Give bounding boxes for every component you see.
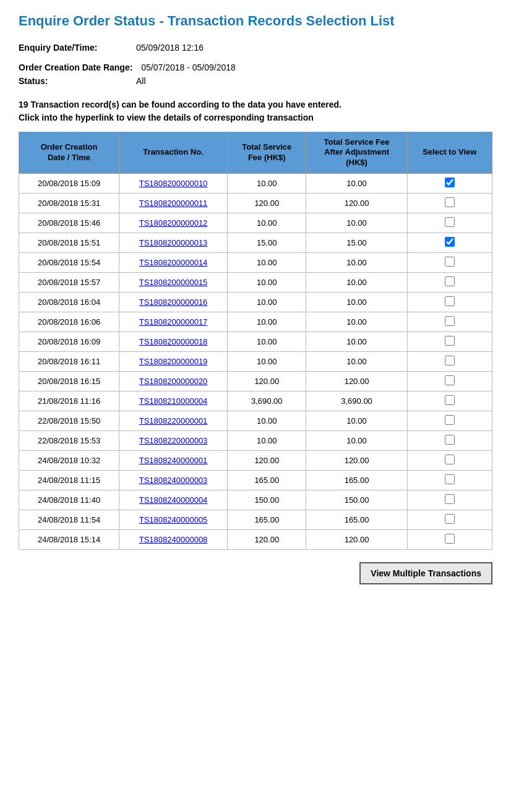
- select-checkbox[interactable]: [445, 395, 455, 405]
- cell-select[interactable]: [407, 273, 492, 293]
- cell-transaction[interactable]: TS1808240000008: [119, 530, 228, 550]
- cell-select[interactable]: [407, 391, 492, 411]
- cell-select[interactable]: [407, 293, 492, 312]
- select-checkbox[interactable]: [445, 415, 455, 425]
- cell-select[interactable]: [407, 411, 492, 431]
- select-checkbox[interactable]: [445, 356, 455, 365]
- select-checkbox[interactable]: [445, 197, 455, 207]
- cell-transaction[interactable]: TS1808240000003: [119, 471, 228, 490]
- select-checkbox[interactable]: [445, 514, 455, 524]
- col-header-transaction: Transaction No.: [119, 132, 228, 174]
- transaction-link[interactable]: TS1808200000019: [139, 357, 208, 366]
- cell-date: 20/08/2018 16:11: [19, 352, 119, 372]
- cell-transaction[interactable]: TS1808200000017: [119, 312, 228, 332]
- transaction-link[interactable]: TS1808200000017: [139, 317, 208, 327]
- transaction-link[interactable]: TS1808240000004: [139, 495, 208, 505]
- view-multiple-button[interactable]: View Multiple Transactions: [359, 562, 492, 584]
- cell-select[interactable]: [407, 194, 492, 213]
- transaction-link[interactable]: TS1808200000020: [139, 377, 208, 386]
- select-checkbox[interactable]: [445, 296, 455, 306]
- cell-fee: 120.00: [228, 372, 306, 391]
- cell-fee-adjusted: 10.00: [306, 253, 407, 273]
- cell-fee-adjusted: 150.00: [306, 490, 407, 510]
- transaction-link[interactable]: TS1808240000001: [139, 456, 208, 465]
- cell-transaction[interactable]: TS1808200000010: [119, 174, 228, 194]
- transaction-link[interactable]: TS1808220000003: [139, 436, 208, 445]
- cell-fee: 15.00: [228, 233, 306, 253]
- transaction-link[interactable]: TS1808220000001: [139, 416, 208, 425]
- select-checkbox[interactable]: [445, 237, 455, 247]
- cell-transaction[interactable]: TS1808200000016: [119, 293, 228, 312]
- cell-fee: 10.00: [228, 213, 306, 233]
- transaction-link[interactable]: TS1808200000015: [139, 278, 208, 287]
- summary-text: 19 Transaction record(s) can be found ac…: [19, 98, 492, 124]
- select-checkbox[interactable]: [445, 435, 455, 445]
- transaction-link[interactable]: TS1808200000011: [139, 199, 208, 208]
- cell-select[interactable]: [407, 332, 492, 352]
- cell-transaction[interactable]: TS1808240000001: [119, 451, 228, 471]
- cell-transaction[interactable]: TS1808220000001: [119, 411, 228, 431]
- cell-date: 20/08/2018 15:57: [19, 273, 119, 293]
- cell-transaction[interactable]: TS1808200000013: [119, 233, 228, 253]
- transaction-link[interactable]: TS1808200000014: [139, 258, 208, 267]
- select-checkbox[interactable]: [445, 455, 455, 464]
- select-checkbox[interactable]: [445, 474, 455, 484]
- transaction-link[interactable]: TS1808210000004: [139, 396, 208, 406]
- transaction-link[interactable]: TS1808240000003: [139, 476, 208, 485]
- transaction-link[interactable]: TS1808240000008: [139, 535, 208, 544]
- select-checkbox[interactable]: [445, 257, 455, 267]
- table-row: 24/08/2018 11:40TS1808240000004150.00150…: [19, 490, 492, 510]
- cell-select[interactable]: [407, 312, 492, 332]
- cell-date: 21/08/2018 11:16: [19, 391, 119, 411]
- table-row: 20/08/2018 16:09TS180820000001810.0010.0…: [19, 332, 492, 352]
- select-checkbox[interactable]: [445, 494, 455, 504]
- status-label: Status:: [19, 76, 130, 86]
- cell-select[interactable]: [407, 372, 492, 391]
- cell-select[interactable]: [407, 253, 492, 273]
- cell-transaction[interactable]: TS1808200000020: [119, 372, 228, 391]
- select-checkbox[interactable]: [445, 336, 455, 346]
- cell-select[interactable]: [407, 213, 492, 233]
- cell-fee: 10.00: [228, 293, 306, 312]
- col-header-fee-adjusted: Total Service FeeAfter Adjustment(HK$): [306, 132, 407, 174]
- cell-transaction[interactable]: TS1808240000004: [119, 490, 228, 510]
- cell-transaction[interactable]: TS1808200000012: [119, 213, 228, 233]
- cell-select[interactable]: [407, 451, 492, 471]
- cell-select[interactable]: [407, 471, 492, 490]
- select-checkbox[interactable]: [445, 316, 455, 326]
- enquiry-value: 05/09/2018 12:16: [136, 43, 204, 53]
- select-checkbox[interactable]: [445, 534, 455, 544]
- transaction-link[interactable]: TS1808240000005: [139, 515, 208, 524]
- cell-transaction[interactable]: TS1808220000003: [119, 431, 228, 451]
- cell-transaction[interactable]: TS1808210000004: [119, 391, 228, 411]
- transaction-link[interactable]: TS1808200000010: [139, 179, 208, 188]
- cell-select[interactable]: [407, 510, 492, 530]
- cell-select[interactable]: [407, 352, 492, 372]
- transaction-link[interactable]: TS1808200000018: [139, 337, 208, 346]
- transaction-link[interactable]: TS1808200000012: [139, 218, 208, 228]
- cell-select[interactable]: [407, 431, 492, 451]
- cell-transaction[interactable]: TS1808200000011: [119, 194, 228, 213]
- table-row: 20/08/2018 15:57TS180820000001510.0010.0…: [19, 273, 492, 293]
- select-checkbox[interactable]: [445, 375, 455, 385]
- cell-transaction[interactable]: TS1808200000019: [119, 352, 228, 372]
- transaction-link[interactable]: TS1808200000013: [139, 238, 208, 247]
- cell-select[interactable]: [407, 233, 492, 253]
- summary-line2: Click into the hyperlink to view the det…: [19, 111, 492, 124]
- cell-fee: 10.00: [228, 174, 306, 194]
- cell-transaction[interactable]: TS1808200000015: [119, 273, 228, 293]
- transactions-table: Order CreationDate / Time Transaction No…: [19, 132, 492, 550]
- cell-transaction[interactable]: TS1808240000005: [119, 510, 228, 530]
- cell-select[interactable]: [407, 490, 492, 510]
- cell-select[interactable]: [407, 174, 492, 194]
- select-checkbox[interactable]: [445, 276, 455, 286]
- cell-date: 20/08/2018 15:51: [19, 233, 119, 253]
- select-checkbox[interactable]: [445, 217, 455, 227]
- cell-transaction[interactable]: TS1808200000014: [119, 253, 228, 273]
- cell-date: 24/08/2018 10:32: [19, 451, 119, 471]
- transaction-link[interactable]: TS1808200000016: [139, 297, 208, 307]
- table-row: 22/08/2018 15:50TS180822000000110.0010.0…: [19, 411, 492, 431]
- cell-select[interactable]: [407, 530, 492, 550]
- select-checkbox[interactable]: [445, 177, 455, 187]
- cell-transaction[interactable]: TS1808200000018: [119, 332, 228, 352]
